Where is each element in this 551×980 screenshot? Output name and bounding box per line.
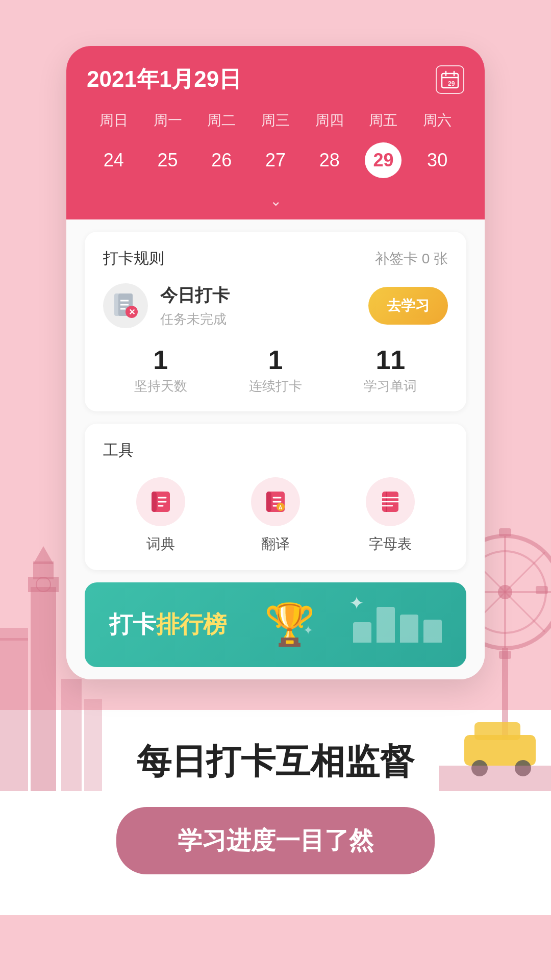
stats-row: 1 坚持天数 1 连续打卡 11 学习单词 xyxy=(103,347,448,395)
svg-text:✕: ✕ xyxy=(129,308,135,316)
date-27[interactable]: 27 xyxy=(257,142,294,178)
cards-section: 打卡规则 补签卡 0 张 ✕ 今日 xyxy=(66,219,485,679)
svg-text:A: A xyxy=(279,505,282,510)
go-study-button[interactable]: 去学习 xyxy=(368,287,448,325)
tool-name-translate: 翻译 xyxy=(261,534,290,554)
today-checkin-row: ✕ 今日打卡 任务未完成 去学习 xyxy=(103,283,448,328)
bar-4 xyxy=(423,620,442,643)
tool-dictionary[interactable]: 词典 xyxy=(136,477,185,554)
weekday-sat: 周六 xyxy=(410,107,464,134)
tools-title: 工具 xyxy=(103,440,448,461)
stat-value-2: 1 xyxy=(249,347,302,373)
svg-rect-6 xyxy=(0,628,28,641)
tool-name-dictionary: 词典 xyxy=(146,534,175,554)
weekday-fri: 周五 xyxy=(357,107,411,134)
stat-label-3: 学习单词 xyxy=(364,378,417,394)
stat-consecutive-checkin: 1 连续打卡 xyxy=(249,347,302,395)
today-checkin-subtitle: 任务未完成 xyxy=(160,311,227,327)
translate-icon-wrapper: A xyxy=(251,477,300,526)
tool-translate[interactable]: A 翻译 xyxy=(251,477,300,554)
bar-2 xyxy=(377,607,395,643)
checkin-icon-wrapper: ✕ xyxy=(103,283,148,328)
calendar-title: 2021年1月29日 xyxy=(87,64,241,94)
translate-icon: A xyxy=(262,488,289,515)
tools-card: 工具 词典 xyxy=(85,424,466,570)
svg-text:29: 29 xyxy=(448,80,455,87)
alphabet-icon xyxy=(377,488,404,515)
ranking-banner[interactable]: 打卡排行榜 🏆 ✦ ✦ xyxy=(85,582,466,667)
svg-rect-44 xyxy=(266,492,271,512)
svg-rect-16 xyxy=(499,528,511,536)
date-26[interactable]: 26 xyxy=(203,142,240,178)
trophy-icon: 🏆 xyxy=(264,601,315,649)
ranking-bars xyxy=(353,607,442,643)
date-28[interactable]: 28 xyxy=(311,142,348,178)
dictionary-icon xyxy=(147,488,174,515)
weekday-sun: 周日 xyxy=(87,107,141,134)
stat-value-3: 11 xyxy=(364,347,417,373)
alphabet-icon-wrapper xyxy=(366,477,415,526)
svg-marker-3 xyxy=(33,546,54,564)
weekday-wed: 周三 xyxy=(248,107,303,134)
weekday-tue: 周二 xyxy=(194,107,248,134)
svg-rect-39 xyxy=(152,492,157,512)
stat-persist-days: 1 坚持天数 xyxy=(134,347,187,395)
checkin-text-group: 今日打卡 任务未完成 xyxy=(160,284,368,328)
calendar-icon-button[interactable]: 29 xyxy=(436,65,464,94)
svg-rect-5 xyxy=(0,638,28,791)
svg-rect-19 xyxy=(536,586,548,594)
svg-rect-22 xyxy=(474,722,520,740)
supplement-label: 补签卡 0 张 xyxy=(375,249,448,268)
date-24[interactable]: 24 xyxy=(95,142,132,178)
tools-grid: 词典 A 翻译 xyxy=(103,477,448,554)
checkin-rules-label: 打卡规则 xyxy=(103,248,164,269)
svg-rect-8 xyxy=(84,699,102,791)
svg-rect-0 xyxy=(31,587,56,791)
date-30[interactable]: 30 xyxy=(419,142,456,178)
svg-rect-2 xyxy=(33,561,54,579)
date-29-active[interactable]: 29 xyxy=(365,142,402,178)
svg-rect-25 xyxy=(439,766,551,791)
weekday-thu: 周四 xyxy=(303,107,357,134)
weekday-mon: 周一 xyxy=(141,107,195,134)
weekdays-row: 周日 周一 周二 周三 周四 周五 周六 xyxy=(87,107,464,134)
cta-button[interactable]: 学习进度一目了然 xyxy=(116,807,435,874)
ranking-text: 打卡排行榜 xyxy=(109,609,227,641)
stat-label-2: 连续打卡 xyxy=(249,378,302,394)
stat-value-1: 1 xyxy=(134,347,187,373)
dates-row: 24 25 26 27 28 29 30 xyxy=(87,142,464,188)
tool-alphabet[interactable]: 字母表 xyxy=(366,477,415,554)
bar-3 xyxy=(400,615,418,643)
phone-card: 2021年1月29日 29 周日 周一 周二 周三 周四 周五 周六 24 25 xyxy=(66,46,485,679)
bar-1 xyxy=(353,622,371,643)
chevron-down-icon[interactable]: ⌄ xyxy=(270,193,282,209)
dictionary-icon-wrapper xyxy=(136,477,185,526)
calendar-section: 2021年1月29日 29 周日 周一 周二 周三 周四 周五 周六 24 25 xyxy=(66,46,485,219)
stat-label-1: 坚持天数 xyxy=(134,378,187,394)
stat-words-learned: 11 学习单词 xyxy=(364,347,417,395)
checkin-document-icon: ✕ xyxy=(109,289,142,322)
checkin-card: 打卡规则 补签卡 0 张 ✕ 今日 xyxy=(85,232,466,411)
tool-name-alphabet: 字母表 xyxy=(369,534,412,554)
today-checkin-title: 今日打卡 xyxy=(160,284,368,307)
date-25[interactable]: 25 xyxy=(149,142,186,178)
svg-rect-7 xyxy=(61,679,82,791)
